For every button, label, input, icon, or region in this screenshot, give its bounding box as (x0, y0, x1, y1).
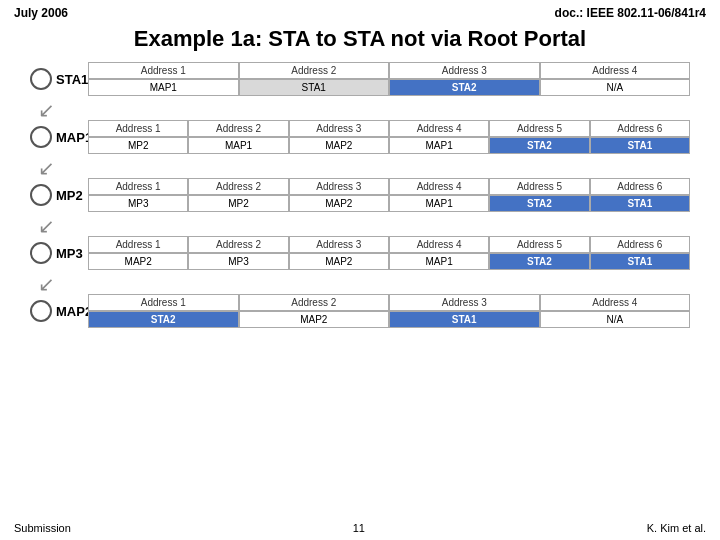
table-map1: Address 1Address 2Address 3Address 4Addr… (88, 120, 690, 154)
node-row-map2: MAP2Address 1Address 2Address 3Address 4… (30, 294, 690, 328)
addr-header-sta1-0: Address 1 (88, 62, 239, 79)
addr-header-map1-5: Address 6 (590, 120, 690, 137)
addr-header-mp2-4: Address 5 (489, 178, 589, 195)
node-label-sta1: STA1 (30, 68, 88, 90)
addr-header-sta1-2: Address 3 (389, 62, 540, 79)
val-cell-map1-0: MP2 (88, 137, 188, 154)
down-arrow-icon-3: ↙ (38, 274, 55, 294)
val-cell-map1-4: STA2 (489, 137, 589, 154)
val-cell-mp3-0: MAP2 (88, 253, 188, 270)
node-text-sta1: STA1 (56, 72, 88, 87)
connector-arrow-0: ↙ (30, 102, 690, 118)
val-cell-map2-1: MAP2 (239, 311, 390, 328)
addr-header-mp3-5: Address 6 (590, 236, 690, 253)
connector-arrow-3: ↙ (30, 276, 690, 292)
addr-header-mp2-5: Address 6 (590, 178, 690, 195)
addr-header-mp2-3: Address 4 (389, 178, 489, 195)
node-label-mp2: MP2 (30, 184, 88, 206)
val-cell-mp3-5: STA1 (590, 253, 690, 270)
table-sta1: Address 1Address 2Address 3Address 4MAP1… (88, 62, 690, 96)
addr-header-map1-3: Address 4 (389, 120, 489, 137)
addr-header-map2-0: Address 1 (88, 294, 239, 311)
node-label-mp3: MP3 (30, 242, 88, 264)
addr-header-map1-0: Address 1 (88, 120, 188, 137)
val-cell-map1-2: MAP2 (289, 137, 389, 154)
addr-header-mp3-2: Address 3 (289, 236, 389, 253)
addr-header-map2-2: Address 3 (389, 294, 540, 311)
addr-header-map1-4: Address 5 (489, 120, 589, 137)
addr-header-mp3-3: Address 4 (389, 236, 489, 253)
addr-header-sta1-1: Address 2 (239, 62, 390, 79)
val-cell-mp2-2: MAP2 (289, 195, 389, 212)
val-cell-mp3-4: STA2 (489, 253, 589, 270)
footer-right: K. Kim et al. (647, 522, 706, 534)
addr-header-mp2-0: Address 1 (88, 178, 188, 195)
val-cell-mp3-3: MAP1 (389, 253, 489, 270)
header-right: doc.: IEEE 802.11-06/841r4 (555, 6, 706, 20)
footer-left: Submission (14, 522, 71, 534)
addr-header-mp3-1: Address 2 (188, 236, 288, 253)
connector-arrow-2: ↙ (30, 218, 690, 234)
val-cell-map2-2: STA1 (389, 311, 540, 328)
val-cell-map2-0: STA2 (88, 311, 239, 328)
node-text-map1: MAP1 (56, 130, 92, 145)
node-text-mp3: MP3 (56, 246, 83, 261)
addr-header-map2-1: Address 2 (239, 294, 390, 311)
node-row-sta1: STA1Address 1Address 2Address 3Address 4… (30, 62, 690, 96)
val-cell-sta1-1: STA1 (239, 79, 390, 96)
val-cell-sta1-3: N/A (540, 79, 691, 96)
table-mp2: Address 1Address 2Address 3Address 4Addr… (88, 178, 690, 212)
down-arrow-icon-1: ↙ (38, 158, 55, 178)
addr-header-mp3-4: Address 5 (489, 236, 589, 253)
down-arrow-icon-2: ↙ (38, 216, 55, 236)
addr-header-map1-2: Address 3 (289, 120, 389, 137)
node-text-mp2: MP2 (56, 188, 83, 203)
node-row-map1: MAP1Address 1Address 2Address 3Address 4… (30, 120, 690, 154)
val-cell-mp3-1: MP3 (188, 253, 288, 270)
val-cell-mp2-1: MP2 (188, 195, 288, 212)
node-circle-mp2 (30, 184, 52, 206)
addr-header-mp3-0: Address 1 (88, 236, 188, 253)
node-circle-map2 (30, 300, 52, 322)
addr-header-mp2-2: Address 3 (289, 178, 389, 195)
val-cell-map1-1: MAP1 (188, 137, 288, 154)
val-cell-mp2-3: MAP1 (389, 195, 489, 212)
addr-header-map2-3: Address 4 (540, 294, 691, 311)
node-label-map2: MAP2 (30, 300, 88, 322)
node-circle-map1 (30, 126, 52, 148)
footer-center: 11 (353, 522, 365, 534)
addr-header-mp2-1: Address 2 (188, 178, 288, 195)
down-arrow-icon-0: ↙ (38, 100, 55, 120)
addr-header-sta1-3: Address 4 (540, 62, 691, 79)
node-row-mp3: MP3Address 1Address 2Address 3Address 4A… (30, 236, 690, 270)
table-map2: Address 1Address 2Address 3Address 4STA2… (88, 294, 690, 328)
val-cell-mp2-4: STA2 (489, 195, 589, 212)
connector-arrow-1: ↙ (30, 160, 690, 176)
table-mp3: Address 1Address 2Address 3Address 4Addr… (88, 236, 690, 270)
node-text-map2: MAP2 (56, 304, 92, 319)
val-cell-map1-5: STA1 (590, 137, 690, 154)
node-circle-mp3 (30, 242, 52, 264)
val-cell-mp2-5: STA1 (590, 195, 690, 212)
val-cell-mp3-2: MAP2 (289, 253, 389, 270)
val-cell-map1-3: MAP1 (389, 137, 489, 154)
node-row-mp2: MP2Address 1Address 2Address 3Address 4A… (30, 178, 690, 212)
addr-header-map1-1: Address 2 (188, 120, 288, 137)
header-left: July 2006 (14, 6, 68, 20)
val-cell-mp2-0: MP3 (88, 195, 188, 212)
val-cell-map2-3: N/A (540, 311, 691, 328)
node-circle-sta1 (30, 68, 52, 90)
val-cell-sta1-0: MAP1 (88, 79, 239, 96)
node-label-map1: MAP1 (30, 126, 88, 148)
val-cell-sta1-2: STA2 (389, 79, 540, 96)
page-title: Example 1a: STA to STA not via Root Port… (0, 22, 720, 62)
